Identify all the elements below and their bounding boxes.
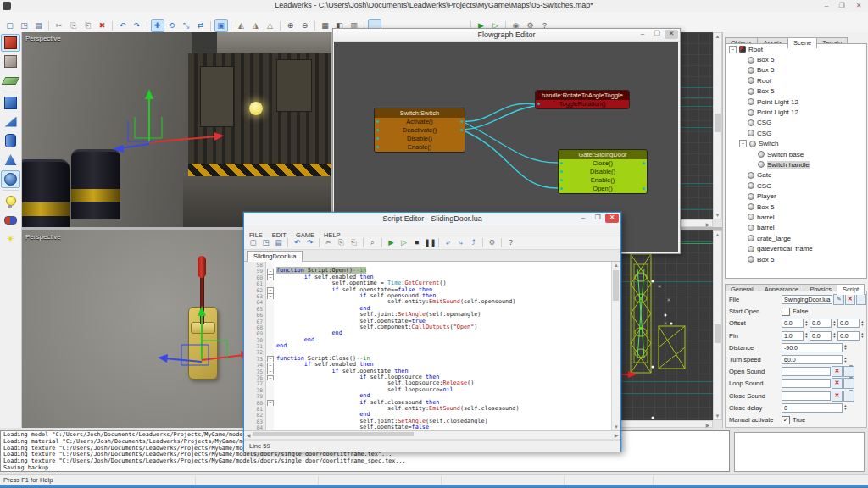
flow-node-function[interactable]: ToggleRotation(): [536, 100, 629, 108]
output-pin[interactable]: [460, 129, 463, 131]
tree-item-barrel[interactable]: barrel: [726, 212, 866, 222]
scrollbar-vertical[interactable]: ▲▼: [713, 32, 722, 219]
pause-button[interactable]: ❚❚: [424, 236, 436, 249]
close-button[interactable]: ✕: [605, 214, 619, 223]
tree-item-switch-base[interactable]: Switch base: [726, 149, 866, 159]
close-button[interactable]: ✕: [665, 30, 678, 39]
flow-node-gate-slidingdoor[interactable]: Gate:SlidingDoorClose()Disable()Enable()…: [558, 149, 648, 194]
value-input[interactable]: 0.0: [837, 331, 860, 341]
options-button[interactable]: ⚙: [487, 236, 498, 249]
tree-item-csg[interactable]: CSG: [726, 128, 866, 138]
run-debug-button[interactable]: ▷: [398, 236, 410, 249]
tree-item-gatevertical-frame[interactable]: gatevertical_frame: [726, 243, 866, 253]
tree-item-box-5[interactable]: Box 5: [726, 86, 866, 97]
input-pin[interactable]: [560, 170, 563, 173]
csg-box-button[interactable]: [1, 94, 20, 112]
scale-tool-button[interactable]: ⤡: [180, 19, 193, 32]
script-editor-window[interactable]: Script Editor - SlidingDoor.lua – ❐ ✕ FI…: [243, 212, 621, 452]
tree-item-point-light-12[interactable]: Point Light 12: [726, 107, 866, 117]
tree-item-point-light-12[interactable]: Point Light 12: [726, 97, 866, 107]
value-input[interactable]: 0: [782, 403, 843, 413]
output-pin[interactable]: [643, 162, 645, 164]
expander-icon[interactable]: −: [729, 46, 737, 53]
layout-quad-button[interactable]: ▦: [319, 19, 332, 32]
tree-item-switch[interactable]: −Switch: [726, 139, 866, 149]
value-input[interactable]: 0.0: [810, 331, 832, 341]
flow-node-switch-switch[interactable]: Switch:SwitchActivate()Deactivate()Disab…: [374, 108, 465, 152]
clear-button[interactable]: ✕: [832, 391, 843, 402]
run-button[interactable]: ▶: [386, 236, 398, 249]
cut-button[interactable]: ✂: [323, 236, 335, 249]
csg-cone-button[interactable]: [1, 151, 20, 169]
new-map-button[interactable]: ▢: [3, 19, 17, 32]
input-pin[interactable]: [537, 103, 540, 105]
spinner[interactable]: ▴▾: [843, 355, 849, 364]
spinner[interactable]: ▴▾: [804, 331, 810, 341]
model-button[interactable]: [1, 211, 20, 229]
browse-button[interactable]: [843, 378, 854, 389]
csg-wedge-button[interactable]: [1, 113, 20, 130]
flow-node-function[interactable]: Enable(): [559, 176, 647, 185]
browse-button[interactable]: [856, 294, 866, 305]
value-input[interactable]: 1.0: [782, 331, 804, 341]
csg-sphere-button[interactable]: [1, 170, 20, 188]
help-button[interactable]: ?: [505, 236, 517, 249]
tab-slidingdoor-lua[interactable]: SlidingDoor.lua: [247, 251, 303, 262]
move-tool-button[interactable]: ✚: [151, 19, 164, 32]
open-map-button[interactable]: ◳: [18, 19, 31, 32]
browse-button[interactable]: [843, 391, 854, 402]
spinner[interactable]: ▴▾: [860, 319, 865, 328]
save-map-button[interactable]: ▤: [32, 19, 46, 32]
undo-button[interactable]: ↶: [292, 236, 303, 249]
clear-button[interactable]: ✕: [845, 294, 855, 305]
scrollbar-horizontal[interactable]: ◀ ▶: [244, 431, 620, 440]
zoom-out-button[interactable]: ⊖: [298, 19, 312, 32]
value-input[interactable]: -90.0: [782, 343, 843, 352]
directional-light-button[interactable]: ☀: [1, 230, 20, 248]
csg-mat-button[interactable]: [1, 72, 20, 90]
cut-button[interactable]: ✂: [53, 19, 66, 32]
tree-item-gate[interactable]: Gate: [726, 170, 866, 180]
spinner[interactable]: ▴▾: [832, 319, 837, 328]
undo-button[interactable]: ↶: [116, 19, 130, 32]
csg-cylinder-button[interactable]: [1, 132, 20, 150]
redo-button[interactable]: ↷: [131, 19, 144, 32]
redo-button[interactable]: ↷: [304, 236, 316, 249]
input-pin[interactable]: [376, 120, 379, 123]
spinner[interactable]: ▴▾: [843, 343, 849, 352]
tree-item-barrel[interactable]: barrel: [726, 223, 866, 233]
value-input[interactable]: [782, 391, 831, 401]
maximize-button[interactable]: ❐: [650, 30, 664, 39]
value-input[interactable]: [782, 379, 831, 388]
rotate-tool-button[interactable]: ⟲: [165, 19, 179, 32]
copy-button[interactable]: ⎘: [336, 236, 348, 249]
value-input[interactable]: SwingingDoor.lua: [782, 295, 832, 304]
step-over-button[interactable]: ⤷: [455, 236, 467, 249]
maximize-button[interactable]: ❐: [591, 214, 604, 223]
minimize-button[interactable]: –: [636, 30, 649, 39]
tree-item-crate-large[interactable]: crate_large: [726, 233, 866, 243]
select-tool-button[interactable]: ▣: [214, 19, 228, 32]
find-button[interactable]: ⌕: [367, 236, 379, 249]
save-script-button[interactable]: ▤: [273, 236, 285, 249]
zoom-in-button[interactable]: ⊕: [284, 19, 298, 32]
tree-item-player[interactable]: Player: [726, 191, 866, 201]
browse-button[interactable]: [843, 366, 854, 377]
tab-scene[interactable]: Scene: [787, 37, 817, 48]
tree-item-box-5[interactable]: Box 5: [726, 54, 866, 64]
value-input[interactable]: 0.0: [782, 319, 804, 328]
paste-button[interactable]: ⎗: [81, 19, 95, 32]
input-pin[interactable]: [376, 137, 379, 140]
new-script-button[interactable]: ▢: [248, 236, 259, 249]
scrollbar-vertical[interactable]: ▲▼: [713, 230, 722, 420]
script-editor-titlebar[interactable]: Script Editor - SlidingDoor.lua – ❐ ✕: [244, 213, 620, 225]
tree-item-roof[interactable]: Roof: [726, 75, 866, 86]
copy-button[interactable]: ⎘: [67, 19, 81, 32]
close-button[interactable]: ✕: [851, 1, 866, 10]
value-input[interactable]: 60.0: [782, 355, 843, 364]
scrollbar-horizontal[interactable]: ▶: [678, 219, 713, 227]
spinner[interactable]: ▴▾: [843, 403, 849, 413]
value-input[interactable]: 0.0: [810, 319, 832, 328]
expander-icon[interactable]: −: [739, 140, 747, 147]
flow-node-function[interactable]: Enable(): [375, 143, 465, 152]
